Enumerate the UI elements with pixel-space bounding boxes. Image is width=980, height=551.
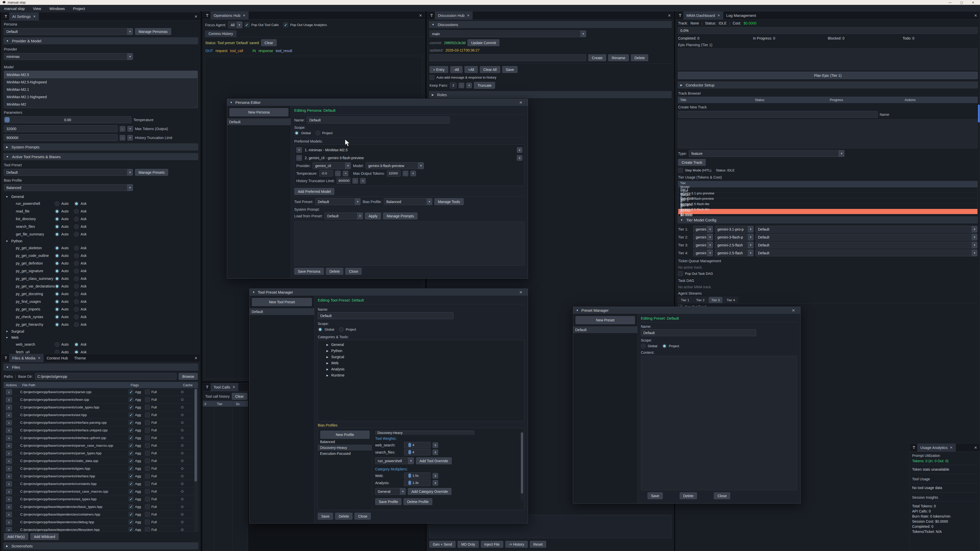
close-panel-icon[interactable]: ✕ — [194, 14, 197, 19]
max-out-plus-button[interactable]: + — [410, 171, 416, 176]
new-preset-button[interactable]: New Preset — [576, 316, 635, 324]
tier-preset-select[interactable]: Default▼ — [756, 249, 977, 256]
full-checkbox[interactable]: ✓ — [145, 420, 150, 425]
remove-file-button[interactable]: x — [6, 504, 12, 510]
model-option[interactable]: MiniMax-M2.1-highspeed — [4, 93, 197, 100]
pop-out-usage-checkbox[interactable]: ✓ — [283, 22, 288, 27]
remove-file-button[interactable]: x — [6, 527, 12, 532]
create-discussion-button[interactable]: Create — [588, 54, 606, 61]
auto-radio[interactable] — [55, 217, 59, 221]
tier-model-select[interactable]: gemini-2.5-flash▼ — [715, 241, 754, 248]
tier-preset-select[interactable]: Default▼ — [756, 241, 977, 248]
focus-agent-select[interactable]: All▼ — [228, 21, 242, 28]
add-preferred-model-button[interactable]: Add Preferred Model — [294, 188, 334, 195]
scrollbar-thumb[interactable] — [978, 105, 980, 122]
agg-checkbox[interactable]: ✓ — [129, 443, 134, 448]
scope-project-radio[interactable] — [315, 130, 320, 135]
remove-model-button[interactable]: x — [517, 147, 522, 153]
apply-button[interactable]: Apply — [365, 213, 381, 219]
agg-checkbox[interactable]: ✓ — [129, 474, 134, 478]
save-persona-button[interactable]: Save Persona — [294, 268, 324, 275]
base-dir-input[interactable]: C:/projects/gencpp — [35, 373, 177, 380]
category-item[interactable]: ▶ Surgical — [320, 354, 522, 360]
history-limit-plus-button[interactable]: + — [127, 135, 133, 141]
close-dialog-icon[interactable]: ✕ — [519, 290, 522, 295]
remove-weight-button[interactable]: x — [433, 442, 438, 448]
persona-editor-titlebar[interactable]: ▼ Persona Editor ✕ — [227, 99, 528, 106]
tool-preset-list-item[interactable]: Default — [250, 308, 314, 315]
tab-usage-analytics[interactable]: Usage Analytics✕ — [917, 444, 956, 452]
auto-radio[interactable] — [55, 246, 59, 251]
update-commit-button[interactable]: Update Commit — [468, 39, 500, 46]
send-action-button[interactable]: Reset — [530, 541, 546, 548]
auto-radio[interactable] — [55, 261, 59, 266]
tool-preset-select[interactable]: Default▼ — [4, 169, 133, 176]
full-checkbox[interactable]: ✓ — [145, 481, 150, 486]
epic-planning-textarea[interactable] — [678, 48, 978, 70]
agg-checkbox[interactable]: ✓ — [129, 451, 134, 456]
send-action-button[interactable]: -> History — [505, 541, 528, 548]
track-name-input[interactable] — [678, 111, 878, 118]
stream-tab[interactable]: Tier 4 — [724, 297, 738, 303]
pm-hist-input[interactable]: 900000 — [337, 178, 350, 184]
close-dialog-icon[interactable]: ✕ — [792, 308, 795, 313]
auto-add-checkbox[interactable]: ✓ — [430, 75, 434, 80]
ask-radio[interactable] — [74, 284, 79, 289]
bias-profile-select[interactable]: Balanced▼ — [4, 184, 133, 191]
move-up-button[interactable]: + — [296, 147, 302, 153]
full-checkbox[interactable]: ✓ — [145, 504, 150, 509]
provider-model-header[interactable]: ▼ Provider & Model — [3, 37, 198, 44]
ask-radio[interactable] — [74, 201, 79, 206]
remove-file-button[interactable]: x — [6, 412, 12, 418]
ask-radio[interactable] — [74, 261, 79, 266]
auto-radio[interactable] — [55, 268, 59, 273]
full-checkbox[interactable]: ✓ — [145, 497, 150, 502]
manage-personas-button[interactable]: Manage Personas — [135, 28, 171, 35]
close-persona-editor-button[interactable]: Close — [345, 268, 362, 275]
agg-checkbox[interactable]: ✓ — [129, 489, 134, 494]
tab-context-hub[interactable]: Context Hub — [44, 354, 71, 362]
ask-radio[interactable] — [74, 314, 79, 319]
save-profile-button[interactable]: Save Profile — [375, 498, 401, 505]
preset-list-item[interactable]: Default — [573, 326, 637, 333]
full-checkbox[interactable]: ✓ — [145, 413, 150, 417]
close-panel-icon[interactable]: ✕ — [419, 13, 422, 18]
temp-minus-button[interactable]: - — [335, 171, 341, 176]
tier-model-select[interactable]: gemini-2.5-flash▼ — [715, 249, 754, 256]
step-mode-checkbox[interactable]: ✓ — [678, 168, 683, 173]
preset-scope-project-radio[interactable] — [662, 344, 667, 348]
discussion-name-input[interactable] — [430, 54, 586, 61]
files-scrollbar[interactable] — [194, 389, 197, 532]
agg-checkbox[interactable]: ✓ — [129, 405, 134, 410]
system-prompt-textarea[interactable] — [294, 221, 525, 266]
add-files-button[interactable]: Add File(s) — [4, 533, 28, 540]
max-tokens-plus-button[interactable]: + — [127, 126, 133, 132]
discussions-header[interactable]: ▼ Discussions — [429, 21, 672, 28]
weight-slider[interactable]: 4 — [404, 442, 431, 448]
auto-radio[interactable] — [55, 276, 59, 281]
profile-list-item[interactable]: Execution-Focused — [318, 451, 372, 456]
close-dialog-icon[interactable]: ✕ — [519, 100, 522, 105]
browse-button[interactable]: Browse — [179, 373, 198, 380]
multiplier-slider[interactable]: 1.3x — [404, 480, 431, 486]
truncate-button[interactable]: Truncate — [474, 82, 495, 89]
clear-status-button[interactable]: Clear — [261, 39, 277, 46]
new-tool-preset-button[interactable]: New Tool Preset — [252, 298, 312, 306]
pm-temp-input[interactable]: -0.0 — [319, 170, 333, 176]
weight-slider[interactable]: 4 — [404, 449, 431, 455]
auto-radio[interactable] — [55, 284, 59, 289]
full-checkbox[interactable]: ✓ — [145, 519, 150, 524]
full-checkbox[interactable]: ✓ — [145, 527, 150, 532]
panel-menu-icon[interactable]: ▼ — [428, 13, 435, 18]
ask-radio[interactable] — [74, 232, 79, 237]
stream-tab[interactable]: Tier 1 — [678, 297, 692, 303]
pop-out-task-dag-checkbox[interactable]: ✓ — [678, 271, 683, 276]
menu-item[interactable]: View — [29, 6, 45, 11]
agg-checkbox[interactable]: ✓ — [129, 481, 134, 486]
auto-radio[interactable] — [55, 292, 59, 297]
manage-tools-button[interactable]: Manage Tools — [434, 198, 464, 205]
menu-item[interactable]: Project — [69, 6, 89, 11]
hist-minus-button[interactable]: - — [352, 178, 358, 184]
minimize-button[interactable]: — — [948, 1, 952, 4]
auto-radio[interactable] — [55, 224, 59, 229]
